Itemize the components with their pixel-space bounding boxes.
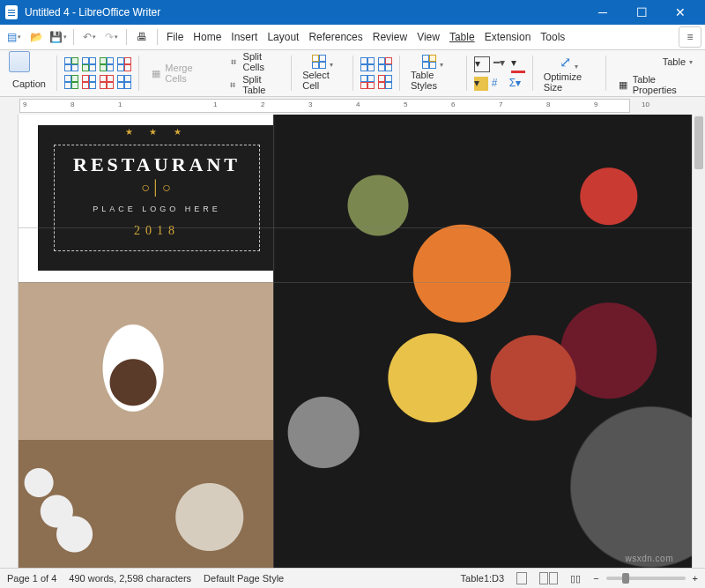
table-menu-button[interactable]: Table ▾ <box>613 50 696 73</box>
save-icon[interactable]: 💾▾ <box>49 28 67 46</box>
table-menu-label: Table <box>663 56 686 67</box>
insert-row-above-icon[interactable] <box>64 57 78 71</box>
status-page[interactable]: Page 1 of 4 <box>7 573 56 584</box>
ruler-tick: 10 <box>642 100 649 108</box>
select-cell-button[interactable]: Select Cell <box>299 69 345 92</box>
utensils-icon: ○│○ <box>38 180 276 196</box>
table-ribbon: Caption ▦Merge Cells ⌗Split Cells ⌗Split… <box>0 50 705 97</box>
window-title: Untitled 4 - LibreOffice Writer <box>25 6 160 19</box>
border-color-icon[interactable]: ▾ <box>511 56 525 73</box>
menu-tools[interactable]: Tools <box>536 26 569 48</box>
protect-group <box>355 50 397 96</box>
ruler-tick: 9 <box>23 100 26 108</box>
menu-review[interactable]: Review <box>368 26 412 48</box>
chef-image <box>19 282 273 569</box>
menu-overflow-button[interactable]: ≡ <box>679 26 701 48</box>
zoom-slider[interactable] <box>606 577 686 580</box>
table-styles-dd-icon[interactable]: ▾ <box>440 61 443 69</box>
menu-layout[interactable]: Layout <box>263 26 303 48</box>
delete-row-icon[interactable] <box>117 57 131 71</box>
view-single-page-icon[interactable] <box>516 572 527 584</box>
restaurant-logo-panel[interactable]: ★ ★ ★ RESTAURANT ○│○ PLACE LOGO HERE 201… <box>38 125 276 271</box>
maximize-button[interactable]: ☐ <box>622 0 661 25</box>
caption-button[interactable]: Caption <box>9 72 49 95</box>
protect-row-icon[interactable] <box>360 75 375 89</box>
delete-col-icon[interactable] <box>82 75 96 89</box>
select-cell-icon[interactable] <box>312 55 326 69</box>
status-wordcount[interactable]: 490 words, 2,598 characters <box>69 573 191 584</box>
view-multi-page-icon[interactable] <box>539 572 558 584</box>
insert-col-right-icon[interactable] <box>64 75 78 89</box>
status-table-cell[interactable]: Table1:D3 <box>461 573 505 584</box>
logo-year: 2018 <box>38 224 276 238</box>
open-icon[interactable]: 📂 <box>27 28 45 46</box>
ruler-tick: 1 <box>118 100 122 108</box>
status-pagestyle[interactable]: Default Page Style <box>204 573 284 584</box>
optimize-size-dd-icon[interactable]: ▾ <box>575 63 578 71</box>
ruler-tick: 7 <box>499 100 502 108</box>
split-cells-label: Split Cells <box>243 51 281 72</box>
statusbar: Page 1 of 4 490 words, 2,598 characters … <box>0 568 705 588</box>
app-icon <box>5 5 18 19</box>
zoom-control[interactable]: − + <box>593 573 698 584</box>
merge-cells-button[interactable]: ▦Merge Cells <box>146 62 213 85</box>
table-menu-group: Table ▾ ▦Table Properties <box>608 50 701 96</box>
vertical-scrollbar[interactable] <box>692 115 705 569</box>
menu-table[interactable]: Table <box>445 26 479 48</box>
menu-extension[interactable]: Extension <box>480 26 536 48</box>
new-doc-icon[interactable]: ▤▾ <box>5 28 23 46</box>
table-styles-icon[interactable] <box>422 55 436 69</box>
borders-group: ▾ ━▾ ▾ ▾ # Σ▾ <box>469 50 531 96</box>
menu-home[interactable]: Home <box>189 26 226 48</box>
select-cell-group: ▾ Select Cell <box>293 50 351 96</box>
protect-cells-icon[interactable] <box>360 57 375 71</box>
menu-references[interactable]: References <box>304 26 367 48</box>
document-canvas[interactable]: ★ ★ ★ RESTAURANT ○│○ PLACE LOGO HERE 201… <box>19 115 693 569</box>
split-cells-button[interactable]: ⌗Split Cells <box>224 50 285 73</box>
bg-color-icon[interactable]: ▾ <box>474 77 488 91</box>
merge-cells-label: Merge Cells <box>165 63 209 84</box>
table-properties-icon: ▦ <box>617 78 629 92</box>
number-format-icon[interactable]: # <box>492 77 506 91</box>
split-table-button[interactable]: ⌗Split Table <box>224 73 285 96</box>
menubar: ▤▾ 📂 💾▾ ↶▾ ↷▾ 🖶 File Home Insert Layout … <box>0 25 705 50</box>
ruler-tick: 1 <box>213 100 217 108</box>
optimize-group: ⤢ ▾ Optimize Size <box>535 50 604 96</box>
optimize-size-button[interactable]: Optimize Size <box>540 71 598 93</box>
table-styles-button[interactable]: Table Styles <box>407 69 459 92</box>
minimize-button[interactable]: ─ <box>583 0 622 25</box>
menu-view[interactable]: View <box>412 26 444 48</box>
protect-col-icon[interactable] <box>378 75 392 89</box>
insert-row-below-icon[interactable] <box>82 57 96 71</box>
close-button[interactable]: ✕ <box>661 0 700 25</box>
print-icon[interactable]: 🖶 <box>133 28 151 46</box>
view-book-icon[interactable]: ▯▯ <box>570 573 581 584</box>
vertical-ruler[interactable] <box>0 115 19 569</box>
border-style-icon[interactable]: ━▾ <box>494 56 508 71</box>
select-table-icon[interactable] <box>117 75 131 89</box>
horizontal-ruler[interactable]: 98112345678910 <box>0 97 705 115</box>
ruler-tick: 3 <box>308 100 312 108</box>
ruler-tick: 8 <box>70 100 74 108</box>
zoom-out-icon[interactable]: − <box>593 573 598 584</box>
caption-icon[interactable] <box>9 51 30 72</box>
delete-table-icon[interactable] <box>100 75 114 89</box>
borders-icon[interactable]: ▾ <box>474 56 490 72</box>
table-properties-button[interactable]: ▦Table Properties <box>613 73 696 96</box>
zoom-in-icon[interactable]: + <box>693 573 698 584</box>
formula-icon[interactable]: Σ▾ <box>509 77 523 91</box>
select-cell-dd-icon[interactable]: ▾ <box>330 61 333 69</box>
ruler-tick: 2 <box>261 100 264 108</box>
insert-col-left-icon[interactable] <box>100 57 114 71</box>
menu-file[interactable]: File <box>162 26 188 48</box>
undo-icon[interactable]: ↶▾ <box>80 28 98 46</box>
redo-icon[interactable]: ↷▾ <box>102 28 120 46</box>
ruler-tick: 6 <box>451 100 455 108</box>
menu-insert[interactable]: Insert <box>226 26 262 48</box>
optimize-size-icon[interactable]: ⤢ <box>560 54 571 71</box>
split-group: ⌗Split Cells ⌗Split Table <box>219 50 290 96</box>
logo-title: RESTAURANT <box>38 153 276 176</box>
unprotect-cells-icon[interactable] <box>378 57 392 71</box>
table-styles-group: ▾ Table Styles <box>402 50 464 96</box>
logo-subtitle: PLACE LOGO HERE <box>38 205 276 213</box>
